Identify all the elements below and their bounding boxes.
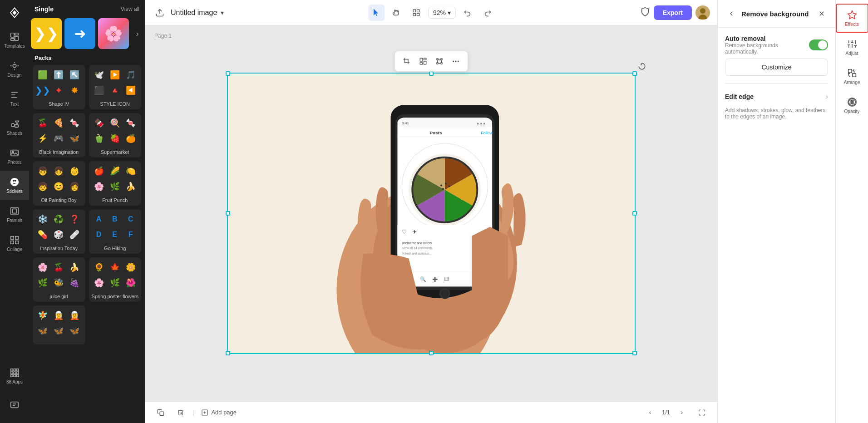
export-button[interactable]: Export — [654, 5, 692, 20]
pack-cell: 🫑 — [92, 131, 106, 146]
document-title: Untitled image — [171, 9, 217, 17]
auto-removal-toggle[interactable] — [809, 39, 828, 50]
sidebar-item-design[interactable]: Design — [0, 54, 29, 84]
handle-bl[interactable] — [226, 351, 230, 355]
title-dropdown-icon[interactable]: ▾ — [221, 9, 224, 16]
effects-tab[interactable]: Effects — [836, 4, 868, 33]
sidebar-item-text[interactable]: Text — [0, 84, 29, 113]
svg-rect-25 — [11, 402, 19, 408]
svg-text:✈: ✈ — [412, 229, 417, 235]
view-all-link[interactable]: View all — [121, 6, 139, 12]
template-thumb-more[interactable]: › — [132, 18, 143, 49]
sidebar-item-templates[interactable]: Templates — [0, 25, 29, 54]
svg-rect-12 — [11, 236, 14, 239]
handle-bm[interactable] — [429, 351, 434, 355]
template-thumb-3[interactable]: 🌸 — [98, 18, 129, 49]
pack-item-style-icon[interactable]: 🕊️ ▶️ 🎵 ⬛ 🔺 ◀️ STYLE ICON — [89, 65, 142, 109]
add-page-button[interactable]: Add page — [197, 407, 240, 418]
delete-page-button[interactable] — [173, 404, 189, 421]
customize-button[interactable]: Customize — [725, 59, 828, 76]
pack-cell: C — [123, 212, 138, 226]
panel-scroll-area[interactable]: Packs 🟩 ⬆️ ↖️ ❯❯ ✦ ✸ Shape IV 🕊️ ▶️ 🎵 — [29, 53, 145, 423]
svg-text:🔍: 🔍 — [420, 276, 426, 282]
handle-br[interactable] — [632, 351, 637, 355]
pack-item-spring-poster[interactable]: 🌻 🍁 🌼 🌸 🌿 🌺 Spring poster flowers — [89, 257, 142, 302]
user-avatar[interactable] — [695, 5, 710, 20]
pack-item-fruit-punch[interactable]: 🍎 🌽 🍋 🌸 🌿 🍌 Fruit Punch — [89, 161, 142, 206]
opacity-tab[interactable]: Opacity — [836, 91, 868, 120]
zoom-dropdown-icon: ▾ — [448, 9, 451, 16]
select-tool-button[interactable] — [368, 5, 385, 21]
handle-mr[interactable] — [632, 211, 637, 216]
template-thumb-1[interactable]: ❯❯ — [31, 18, 62, 49]
sidebar-item-photos[interactable]: Photos — [0, 142, 29, 171]
handle-ml[interactable] — [226, 211, 230, 216]
view-options-button[interactable] — [408, 5, 424, 21]
pack-cell: 🌸 — [35, 260, 50, 275]
sidebar-item-stickers[interactable]: Stickers — [0, 171, 29, 200]
close-panel-button[interactable] — [815, 7, 828, 20]
svg-rect-19 — [11, 372, 13, 374]
sidebar-item-collage[interactable]: Collage — [0, 229, 29, 258]
pack-cell: ✸ — [67, 83, 82, 98]
svg-rect-27 — [413, 10, 415, 12]
canvas-main[interactable]: Page 1 — [145, 25, 717, 401]
svg-rect-34 — [424, 58, 426, 60]
pack-item-shape-iv[interactable]: 🟩 ⬆️ ↖️ ❯❯ ✦ ✸ Shape IV — [33, 65, 85, 109]
shield-icon[interactable] — [640, 7, 650, 19]
more-options-button[interactable] — [449, 54, 463, 69]
redo-button[interactable] — [479, 5, 496, 21]
pack-cell: 🦋 — [51, 324, 66, 338]
pack-cell: 🍋 — [123, 164, 138, 178]
auto-removal-title: Auto removal — [725, 35, 809, 42]
canvas-frame[interactable]: 9:41 ▲▲▲ Posts Follow — [227, 73, 636, 354]
pack-item-black-imagination[interactable]: 🍒 🍕 🍬 ⚡ 🎮 🦋 Black Imagination — [33, 113, 85, 157]
pack-item-juice-girl[interactable]: 🌸 🍒 🍌 🌿 🐝 🍇 juice girl — [33, 257, 85, 302]
svg-text:♡: ♡ — [402, 229, 407, 235]
pack-cell: 🍒 — [35, 116, 50, 130]
zoom-control[interactable]: 92% ▾ — [428, 7, 456, 19]
handle-tr[interactable] — [632, 71, 637, 76]
arrange-tab[interactable]: Arrange — [836, 62, 868, 91]
pack-cell: 🍒 — [51, 260, 66, 275]
hand-tool-button[interactable] — [388, 5, 404, 21]
frame-button[interactable] — [432, 54, 447, 69]
back-button[interactable] — [725, 7, 738, 20]
sidebar-item-apps[interactable]: 88 Apps — [0, 361, 29, 390]
template-thumb-2[interactable]: ➜ — [64, 18, 95, 49]
pack-cell: 🌿 — [108, 275, 122, 290]
pack-item-go-hiking[interactable]: A B C D E F Go Hiking — [89, 209, 142, 254]
app-logo[interactable] — [5, 4, 24, 22]
pack-item-oil-painting[interactable]: 👦 👧 👶 🧒 😊 👩 Oil Painting Boy — [33, 161, 85, 206]
pack-item-supermarket[interactable]: 🍫 🍭 🍬 🫑 🍓 🍊 Supermarket — [89, 113, 142, 157]
top-bar-center: 92% ▾ — [229, 5, 634, 21]
copy-page-button[interactable] — [153, 404, 169, 421]
fullscreen-button[interactable] — [694, 404, 710, 421]
handle-tm[interactable] — [429, 71, 434, 76]
svg-rect-23 — [14, 374, 16, 377]
svg-rect-14 — [11, 241, 14, 243]
pack-cell: 🌿 — [108, 179, 122, 194]
sidebar-item-shapes[interactable]: Shapes — [0, 113, 29, 142]
pack-name: Spring poster flowers — [89, 293, 142, 302]
pack-cell: 🌽 — [108, 164, 122, 178]
pack-cell: 👦 — [35, 164, 50, 178]
undo-button[interactable] — [459, 5, 476, 21]
sidebar-item-frames[interactable]: Frames — [0, 200, 29, 229]
adjust-tab[interactable]: Adjust — [836, 33, 868, 62]
sidebar-item-notes[interactable] — [0, 390, 29, 419]
pack-item-fairy[interactable]: 🧚 🧝 🧝 🦋 🦋 🦋 — [33, 305, 85, 344]
edit-edge-row[interactable]: Edit edge › — [725, 91, 828, 103]
handle-tl[interactable] — [226, 71, 230, 76]
pack-cell: 🍬 — [67, 116, 82, 130]
layout-button[interactable] — [416, 54, 430, 69]
pack-cell: 🌺 — [123, 275, 138, 290]
rotate-handle[interactable] — [636, 61, 647, 72]
pack-item-inspiration[interactable]: ❄️ ♻️ ❓ 💊 🎲 🩹 Inspiration Today — [33, 209, 85, 254]
next-page-button[interactable]: › — [674, 404, 690, 421]
pack-cell: 🍊 — [123, 131, 138, 146]
svg-rect-77 — [160, 412, 164, 416]
stickers-panel: Single View all ❯❯ ➜ 🌸 › Packs 🟩 ⬆️ ↖️ ❯… — [29, 0, 145, 423]
prev-page-button[interactable]: ‹ — [642, 404, 658, 421]
crop-button[interactable] — [399, 54, 414, 69]
